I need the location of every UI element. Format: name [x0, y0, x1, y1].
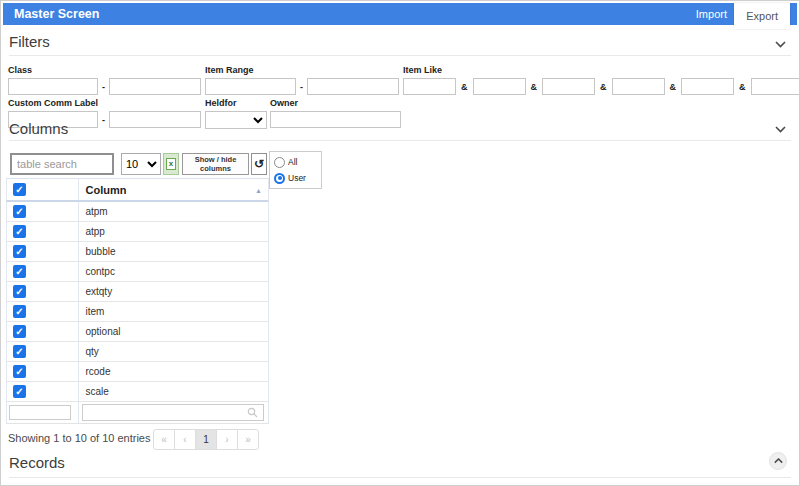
table-row: ✓ atpm	[6, 202, 269, 222]
pagination-last-button[interactable]: »	[237, 429, 259, 450]
column-name: item	[85, 306, 104, 317]
refresh-button[interactable]: ↺	[251, 153, 267, 175]
page-size-select[interactable]: 10	[121, 153, 161, 175]
row-checkbox-cell: ✓	[7, 202, 79, 221]
radio-option-all[interactable]: All	[274, 154, 321, 170]
row-checkbox[interactable]: ✓	[13, 305, 26, 318]
row-checkbox[interactable]: ✓	[13, 285, 26, 298]
item-like-input-3[interactable]	[542, 78, 595, 95]
filters-section-header: Filters	[9, 33, 791, 56]
row-checkbox[interactable]: ✓	[13, 325, 26, 338]
column-name: optional	[85, 326, 120, 337]
and-separator: &	[461, 82, 468, 92]
row-checkbox[interactable]: ✓	[13, 245, 26, 258]
class-from-input[interactable]	[8, 78, 98, 95]
columns-table: ✓ Column ▲ ✓ atpm	[6, 178, 269, 424]
row-checkbox[interactable]: ✓	[13, 265, 26, 278]
check-icon: ✓	[15, 205, 23, 218]
check-icon: ✓	[15, 345, 23, 358]
pagination-page-1-button[interactable]: 1	[195, 429, 217, 450]
columns-table-body: ✓ atpm ✓ atpp	[6, 202, 269, 402]
check-icon: ✓	[15, 385, 23, 398]
filter-class-group: Class -	[8, 65, 201, 95]
column-name-cell: qty	[79, 342, 268, 361]
radio-user-icon[interactable]	[274, 173, 285, 184]
item-like-input-4[interactable]	[612, 78, 665, 95]
chevron-down-icon	[775, 41, 786, 48]
excel-export-button[interactable]: x	[163, 153, 179, 175]
app-header: Master Screen Import Export	[3, 3, 797, 25]
row-checkbox[interactable]: ✓	[13, 345, 26, 358]
footer-filter-cell-2	[79, 402, 268, 423]
check-icon: ✓	[15, 365, 23, 378]
radio-option-user[interactable]: User	[274, 170, 321, 186]
filters-title: Filters	[9, 33, 50, 50]
page-title: Master Screen	[14, 7, 99, 21]
item-range-from-input[interactable]	[205, 78, 296, 95]
column-name: extqty	[85, 286, 112, 297]
range-separator: -	[102, 82, 105, 92]
checkbox-column-filter-input[interactable]	[9, 405, 71, 420]
column-name-cell: item	[79, 302, 268, 321]
columns-title: Columns	[9, 120, 68, 137]
column-name: rcode	[85, 366, 110, 377]
columns-collapse-toggle[interactable]	[771, 120, 789, 138]
pagination: « ‹ 1 › »	[153, 429, 259, 450]
column-name: contpc	[85, 266, 114, 277]
table-info-text: Showing 1 to 10 of 10 entries	[8, 432, 150, 444]
item-like-input-2[interactable]	[473, 78, 526, 95]
column-name: atpp	[85, 226, 104, 237]
radio-all-label: All	[288, 157, 297, 167]
column-name: atpm	[85, 206, 107, 217]
row-checkbox-cell: ✓	[7, 222, 79, 241]
filter-item-like-group: Item Like & & & & &	[403, 65, 800, 95]
column-name-cell: optional	[79, 322, 268, 341]
table-row: ✓ rcode	[6, 362, 269, 382]
check-icon: ✓	[15, 245, 23, 258]
records-section-header: Records	[9, 454, 791, 478]
check-icon: ✓	[15, 265, 23, 278]
select-all-checkbox[interactable]: ✓	[13, 183, 26, 196]
row-checkbox[interactable]: ✓	[13, 225, 26, 238]
column-header-cell[interactable]: Column ▲	[79, 179, 268, 200]
check-icon: ✓	[15, 285, 23, 298]
row-checkbox-cell: ✓	[7, 302, 79, 321]
table-search-input[interactable]	[10, 153, 114, 175]
row-checkbox-cell: ✓	[7, 282, 79, 301]
item-like-input-5[interactable]	[681, 78, 734, 95]
check-icon: ✓	[15, 305, 23, 318]
row-checkbox-cell: ✓	[7, 342, 79, 361]
table-row: ✓ scale	[6, 382, 269, 402]
row-checkbox[interactable]: ✓	[13, 205, 26, 218]
import-button[interactable]: Import	[684, 3, 739, 25]
table-row: ✓ optional	[6, 322, 269, 342]
and-separator: &	[670, 82, 677, 92]
export-tab[interactable]: Export	[734, 3, 790, 29]
radio-all-icon[interactable]	[274, 157, 285, 168]
item-range-to-input[interactable]	[307, 78, 399, 95]
table-row: ✓ extqty	[6, 282, 269, 302]
class-to-input[interactable]	[109, 78, 201, 95]
item-like-input-6[interactable]	[751, 78, 800, 95]
row-checkbox[interactable]: ✓	[13, 365, 26, 378]
column-name-cell: scale	[79, 382, 268, 401]
show-hide-columns-button[interactable]: Show / hide columns	[182, 153, 249, 175]
pagination-previous-button[interactable]: ‹	[174, 429, 196, 450]
filters-collapse-toggle[interactable]	[771, 35, 789, 53]
excel-icon: x	[166, 158, 176, 170]
footer-filter-cell-1	[7, 402, 79, 423]
columns-table-footer	[6, 402, 269, 424]
item-like-input-1[interactable]	[403, 78, 456, 95]
check-icon: ✓	[15, 225, 23, 238]
column-filter-input[interactable]	[82, 404, 264, 421]
row-checkbox[interactable]: ✓	[13, 385, 26, 398]
pagination-next-button[interactable]: ›	[216, 429, 238, 450]
custom-comm-label: Custom Comm Label	[8, 98, 201, 108]
item-like-label: Item Like	[403, 65, 800, 75]
table-row: ✓ bubble	[6, 242, 269, 262]
row-checkbox-cell: ✓	[7, 242, 79, 261]
column-name-cell: atpm	[79, 202, 268, 221]
records-collapse-toggle[interactable]	[769, 452, 787, 470]
pagination-first-button[interactable]: «	[153, 429, 175, 450]
sort-ascending-icon[interactable]: ▲	[255, 187, 262, 194]
